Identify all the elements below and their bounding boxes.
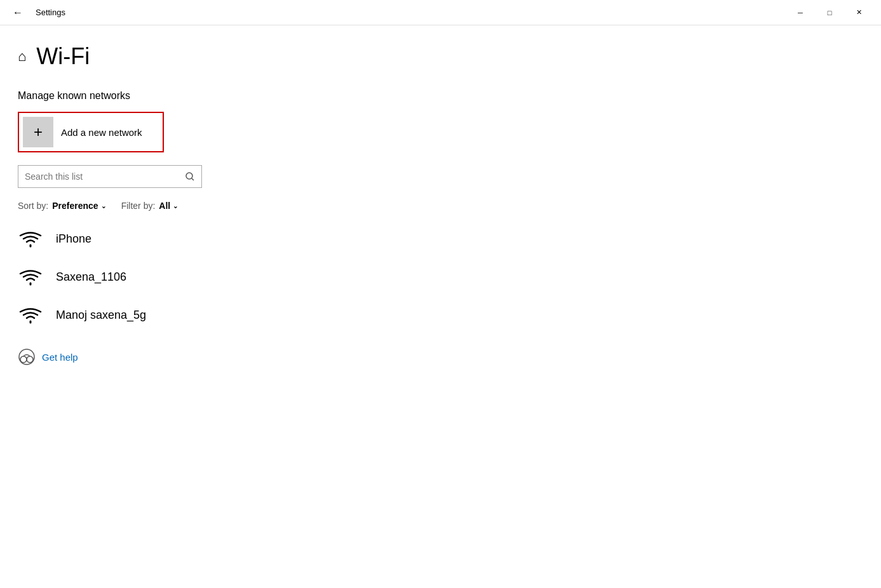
get-help-row: Get help xyxy=(18,348,856,366)
sort-chevron-icon: ⌄ xyxy=(101,203,106,210)
svg-line-1 xyxy=(192,178,194,180)
home-icon: ⌂ xyxy=(18,48,26,65)
search-input[interactable] xyxy=(18,171,178,182)
title-bar: ← Settings ─ □ ✕ xyxy=(0,0,881,25)
network-item-saxena1106[interactable]: Saxena_1106 xyxy=(18,264,856,290)
get-help-link[interactable]: Get help xyxy=(42,352,78,363)
filter-chevron-icon: ⌄ xyxy=(173,203,178,210)
maximize-button[interactable]: □ xyxy=(815,3,844,23)
back-button[interactable]: ← xyxy=(8,3,28,23)
add-network-label: Add a new network xyxy=(61,127,142,138)
network-name-saxena1106: Saxena_1106 xyxy=(56,271,126,284)
filter-dropdown[interactable]: All ⌄ xyxy=(159,201,178,211)
page-title: Wi-Fi xyxy=(36,43,90,70)
search-icon[interactable] xyxy=(178,165,201,188)
add-network-button[interactable]: + Add a new network xyxy=(18,112,164,152)
main-content: ⌂ Wi-Fi Manage known networks + Add a ne… xyxy=(0,25,881,384)
close-button[interactable]: ✕ xyxy=(844,3,873,23)
window-controls: ─ □ ✕ xyxy=(786,3,873,23)
filter-row: Sort by: Preference ⌄ Filter by: All ⌄ xyxy=(18,201,856,211)
network-name-iphone: iPhone xyxy=(56,232,91,246)
app-title: Settings xyxy=(36,8,65,17)
filter-label: Filter by: xyxy=(121,201,156,211)
search-box[interactable] xyxy=(18,165,202,188)
network-item-iphone[interactable]: iPhone xyxy=(18,226,856,251)
add-icon: + xyxy=(23,117,53,147)
filter-group: Filter by: All ⌄ xyxy=(121,201,178,211)
network-item-manoj-saxena-5g[interactable]: Manoj saxena_5g xyxy=(18,302,856,328)
svg-point-4 xyxy=(27,356,33,363)
wifi-signal-icon xyxy=(18,264,43,290)
wifi-signal-icon xyxy=(18,226,43,251)
title-bar-left: ← Settings xyxy=(8,3,65,23)
wifi-signal-icon xyxy=(18,302,43,328)
network-name-manoj-saxena-5g: Manoj saxena_5g xyxy=(56,309,146,322)
get-help-icon xyxy=(18,348,36,366)
sort-label: Sort by: xyxy=(18,201,48,211)
svg-point-0 xyxy=(186,173,192,179)
sort-dropdown[interactable]: Preference ⌄ xyxy=(52,201,105,211)
sort-group: Sort by: Preference ⌄ xyxy=(18,201,106,211)
svg-point-3 xyxy=(20,356,27,363)
minimize-button[interactable]: ─ xyxy=(786,3,815,23)
page-header: ⌂ Wi-Fi xyxy=(18,43,856,70)
network-list: iPhone Saxena_1106 xyxy=(18,226,856,328)
section-title: Manage known networks xyxy=(18,90,856,102)
